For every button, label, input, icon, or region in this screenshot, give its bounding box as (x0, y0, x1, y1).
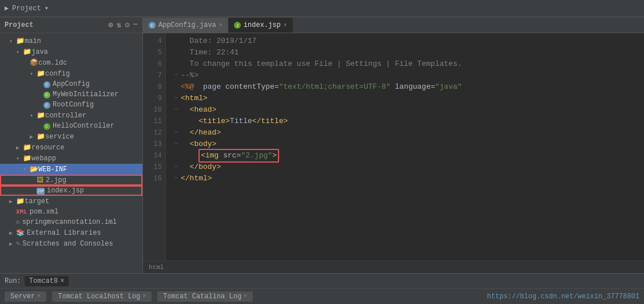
code-line-8[interactable]: <%@ page contentType="text/html;charset=… (172, 81, 638, 93)
code-line-16[interactable]: −</html> (172, 173, 638, 184)
add-icon[interactable]: ⊕ (108, 20, 113, 30)
code-text-16: </html> (181, 173, 638, 184)
fold-gutter-7[interactable]: − (172, 70, 181, 81)
code-line-12[interactable]: − </head> (172, 127, 638, 139)
code-line-11[interactable]: <title>Title</title> (172, 116, 638, 127)
language-label: html (149, 264, 164, 271)
sidebar-item-index.jsp[interactable]: JSPindex.jsp (0, 185, 142, 196)
sidebar-item-pom.xml[interactable]: XMLpom.xml (0, 207, 142, 217)
sidebar-item-resource[interactable]: ▶📁resource (0, 142, 142, 153)
tab-indexjsp[interactable]: J index.jsp × (228, 18, 293, 33)
sidebar-item-MyWebInitializer[interactable]: CMyWebInitializer (0, 89, 142, 100)
code-text-8: <%@ page contentType="text/html;charset=… (181, 81, 638, 93)
line-number-9: 9 (143, 93, 162, 104)
tree-label-WEB-INF: WEB-INF (38, 165, 67, 173)
tree-arrow: ▶ (9, 240, 16, 247)
tree-arrow: ▾ (30, 70, 37, 77)
sidebar-header-icons: ⊕ ⇅ ⚙ − (108, 20, 138, 30)
code-line-14[interactable]: <img src="2.jpg"> (172, 150, 638, 161)
sidebar-item-controller[interactable]: ▾📁controller (0, 110, 142, 121)
bottom-tab-close[interactable]: × (142, 293, 146, 299)
sidebar-item-AppConfig[interactable]: CAppConfig (0, 79, 142, 89)
line-number-13: 13 (143, 139, 162, 150)
project-dropdown-icon[interactable]: ▾ (45, 4, 49, 13)
sidebar-item-RootConfig[interactable]: CRootConfig (0, 100, 142, 110)
minimize-icon[interactable]: − (133, 20, 138, 30)
blog-url: https://blog.csdn.net/weixin_37778801 (487, 293, 639, 301)
fold-gutter-12[interactable]: − (172, 127, 181, 139)
editor-tabs: C AppConfig.java × J index.jsp × (143, 17, 644, 33)
sidebar-item-main[interactable]: ▾📁main (0, 35, 142, 46)
tree-icon-MyWebInitializer: C (43, 90, 53, 98)
bottom-tab-server[interactable]: Server × (5, 291, 46, 302)
tree-label-pom.xml: pom.xml (30, 208, 58, 216)
tree-arrow: ▾ (16, 49, 23, 56)
tree-label-controller: controller (45, 112, 86, 120)
line-number-8: 8 (143, 81, 162, 93)
code-area[interactable]: Date: 2019/1/17 Time: 22:41 To change th… (166, 33, 644, 260)
sidebar-item-HelloController[interactable]: CHelloController (0, 121, 142, 131)
tree-icon-External Libraries: 📚 (16, 228, 27, 237)
tree-arrow: ▶ (16, 144, 23, 151)
code-line-10[interactable]: − <head> (172, 104, 638, 116)
tree-label-target: target (25, 198, 49, 206)
run-tab-tomcat8-close[interactable]: × (60, 277, 64, 285)
run-tab-tomcat8[interactable]: Tomcat8 × (25, 276, 69, 286)
code-line-15[interactable]: − </body> (172, 161, 638, 173)
bottom-tab-tomcat-localhost-log[interactable]: Tomcat Localhost Log × (52, 291, 152, 302)
tree-arrow: ▾ (30, 112, 37, 119)
sidebar-item-2.jpg[interactable]: 🖼2.jpg (0, 175, 142, 185)
line-number-14: 14 (143, 150, 162, 161)
sidebar-item-java[interactable]: ▾📁java (0, 46, 142, 57)
tree-label-Scratches and Consoles: Scratches and Consoles (22, 240, 113, 248)
tree-label-RootConfig: RootConfig (53, 101, 94, 109)
tree-icon-com.ldc: 📦 (30, 58, 38, 67)
code-line-13[interactable]: − <body> (172, 139, 638, 150)
title-bar: ▶ Project ▾ (0, 0, 644, 17)
sidebar-item-External Libraries[interactable]: ▶📚External Libraries (0, 227, 142, 238)
code-line-9[interactable]: −<html> (172, 93, 638, 104)
tree-icon-AppConfig: C (43, 80, 53, 88)
bottom-tab-tomcat-catalina-log[interactable]: Tomcat Catalina Log × (157, 291, 253, 302)
fold-gutter-9[interactable]: − (172, 93, 181, 104)
tab-appconfig[interactable]: C AppConfig.java × (143, 18, 228, 33)
bottom-tab-close[interactable]: × (244, 293, 247, 299)
sidebar-item-webapp[interactable]: ▾📁webapp (0, 153, 142, 164)
tab-appconfig-close[interactable]: × (219, 22, 222, 29)
bottom-tab-close[interactable]: × (37, 293, 41, 299)
code-line-6[interactable]: To change this template use File | Setti… (172, 58, 638, 70)
sidebar-item-config[interactable]: ▾📁config (0, 68, 142, 79)
tab-appconfig-label: AppConfig.java (158, 21, 216, 29)
tree-arrow: ▾ (9, 38, 16, 45)
sidebar-item-springmvcannotation.iml[interactable]: ◇springmvcannotation.iml (0, 217, 142, 227)
sync-icon[interactable]: ⇅ (117, 20, 121, 30)
tab-indexjsp-close[interactable]: × (284, 22, 287, 29)
settings-icon[interactable]: ⚙ (125, 20, 129, 30)
sidebar-item-Scratches and Consoles[interactable]: ▶✎Scratches and Consoles (0, 238, 142, 249)
line-number-4: 4 (143, 35, 162, 47)
fold-gutter-15[interactable]: − (172, 161, 181, 173)
code-line-5[interactable]: Time: 22:41 (172, 47, 638, 58)
line-number-15: 15 (143, 161, 162, 173)
fold-gutter-16[interactable]: − (172, 173, 181, 184)
tree-label-AppConfig: AppConfig (53, 80, 90, 88)
project-label: Project (12, 5, 41, 13)
tree-icon-main: 📁 (16, 37, 25, 45)
code-line-7[interactable]: −--%> (172, 70, 638, 81)
sidebar-item-WEB-INF[interactable]: ▾📂WEB-INF (0, 164, 142, 175)
code-text-10: <head> (181, 104, 638, 116)
tree-label-2.jpg: 2.jpg (46, 176, 66, 184)
fold-gutter-10[interactable]: − (172, 104, 181, 116)
sidebar-item-service[interactable]: ▶📁service (0, 131, 142, 142)
line-number-16: 16 (143, 173, 162, 184)
code-text-9: <html> (181, 93, 638, 104)
tree-icon-RootConfig: C (43, 101, 53, 109)
sidebar-item-com.ldc[interactable]: 📦com.ldc (0, 57, 142, 68)
fold-gutter-13[interactable]: − (172, 139, 181, 150)
tree-label-HelloController: HelloController (53, 122, 114, 130)
tree-icon-HelloController: C (43, 122, 53, 130)
line-number-7: 7 (143, 70, 162, 81)
code-line-4[interactable]: Date: 2019/1/17 (172, 35, 638, 47)
sidebar-tree: ▾📁main▾📁java 📦com.ldc▾📁config CAppConfig… (0, 33, 142, 273)
sidebar-item-target[interactable]: ▶📁target (0, 196, 142, 207)
